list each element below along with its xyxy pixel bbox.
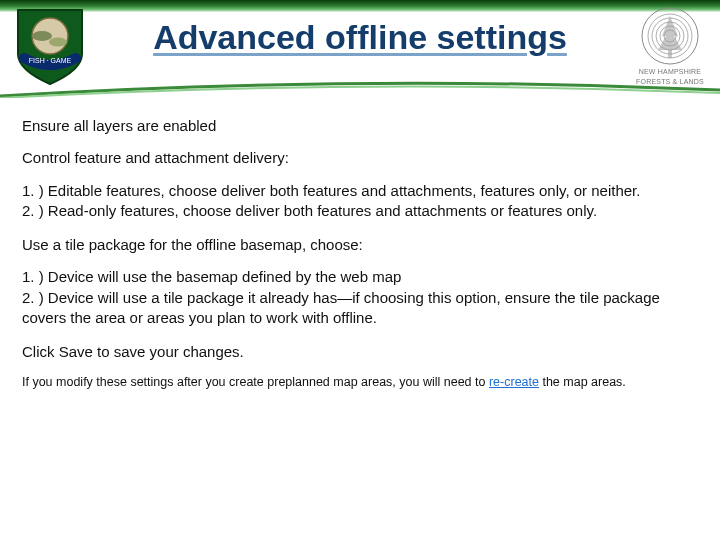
tree-seal-icon xyxy=(640,6,700,66)
footnote-post: the map areas. xyxy=(539,375,626,389)
svg-rect-9 xyxy=(668,50,672,58)
text-tile-package: Use a tile package for the offline basem… xyxy=(22,235,698,255)
forests-lands-logo: NEW HAMPSHIRE FORESTS & LANDS xyxy=(630,6,710,85)
text-editable-features: 1. ) Editable features, choose deliver b… xyxy=(22,181,698,201)
logo-banner-text: FISH · GAME xyxy=(29,57,72,64)
recreate-link[interactable]: re-create xyxy=(489,375,539,389)
page-title: Advanced offline settings xyxy=(153,18,567,57)
text-click-save: Click Save to save your changes. xyxy=(22,342,698,362)
header-divider-curve xyxy=(0,80,720,98)
slide-header: FISH · GAME Advanced offline settings NE… xyxy=(0,0,720,100)
slide-body: Ensure all layers are enabled Control fe… xyxy=(0,100,720,413)
svg-point-1 xyxy=(32,31,52,41)
text-footnote: If you modify these settings after you c… xyxy=(22,374,698,391)
text-control-delivery: Control feature and attachment delivery: xyxy=(22,148,698,168)
fish-game-logo: FISH · GAME xyxy=(14,6,86,86)
text-readonly-features: 2. ) Read-only features, choose deliver … xyxy=(22,201,698,221)
text-device-webmap: 1. ) Device will use the basemap defined… xyxy=(22,267,698,287)
footnote-pre: If you modify these settings after you c… xyxy=(22,375,489,389)
shield-icon: FISH · GAME xyxy=(14,6,86,86)
header-top-bar xyxy=(0,0,720,12)
logo-right-line1: NEW HAMPSHIRE xyxy=(630,68,710,76)
text-ensure-layers: Ensure all layers are enabled xyxy=(22,116,698,136)
text-device-tilepkg: 2. ) Device will use a tile package it a… xyxy=(22,288,698,329)
svg-point-2 xyxy=(49,38,67,47)
